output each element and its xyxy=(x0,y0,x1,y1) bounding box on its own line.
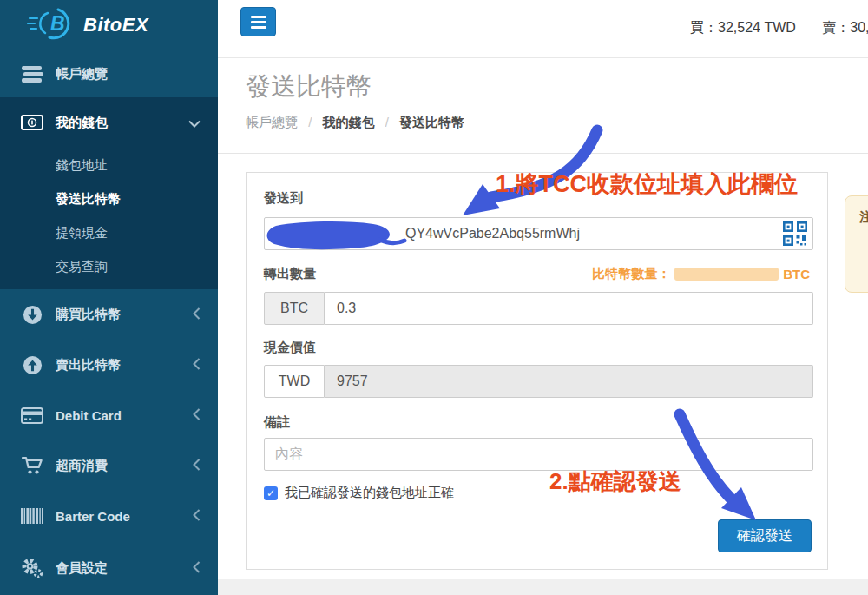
qr-code-icon[interactable] xyxy=(782,221,808,247)
amount-input[interactable] xyxy=(325,292,813,325)
sidebar-item-store-purchase[interactable]: 超商消費 xyxy=(0,440,218,491)
bitoex-logo-icon: B xyxy=(26,7,76,43)
btc-balance-text: 比特幣數量： BTC xyxy=(592,266,810,282)
confirm-checkbox-label: 我已確認發送的錢包地址正確 xyxy=(285,485,454,501)
shopping-cart-icon xyxy=(19,456,45,475)
menu-toggle-button[interactable] xyxy=(240,7,276,36)
sidebar-item-my-wallet[interactable]: 我的錢包 xyxy=(0,97,218,148)
confirm-send-button[interactable]: 確認發送 xyxy=(718,519,812,552)
barcode-icon xyxy=(19,508,45,524)
price-ticker: 買：32,524 TWD 賣：30,60 xyxy=(690,19,868,37)
amount-label: 轉出數量 xyxy=(264,266,316,282)
gears-icon xyxy=(19,558,45,578)
confirm-address-checkbox-row[interactable]: ✓ 我已確認發送的錢包地址正確 xyxy=(264,485,454,501)
cash-input-group: TWD xyxy=(264,365,813,398)
hamburger-icon xyxy=(251,16,266,18)
memo-label: 備註 xyxy=(264,414,290,431)
wallet-section: 我的錢包 錢包地址 發送比特幣 提領現金 交易查詢 xyxy=(0,97,218,289)
circle-down-arrow-icon xyxy=(19,305,45,325)
breadcrumb-send-bitcoin: 發送比特幣 xyxy=(399,115,464,129)
sidebar-item-debit-card[interactable]: Debit Card xyxy=(0,390,218,440)
sidebar-item-member-settings[interactable]: 會員設定 xyxy=(0,541,218,595)
header-divider xyxy=(218,153,868,154)
send-to-label: 發送到 xyxy=(264,190,303,207)
sidebar-item-wallet-address[interactable]: 錢包地址 xyxy=(0,148,218,182)
twd-addon: TWD xyxy=(264,365,325,398)
redacted-balance xyxy=(674,268,779,281)
sidebar-item-sell-bitcoin[interactable]: 賣出比特幣 xyxy=(0,340,218,390)
logo[interactable]: B BitoEX xyxy=(0,0,218,50)
breadcrumb-account-overview[interactable]: 帳戶總覽 xyxy=(246,115,298,129)
cash-value-input xyxy=(325,365,813,398)
chevron-left-icon xyxy=(193,459,201,473)
sidebar-item-account-overview[interactable]: 帳戶總覽 xyxy=(0,50,218,97)
sidebar-item-buy-bitcoin[interactable]: 購買比特幣 xyxy=(0,289,218,340)
chevron-left-icon xyxy=(193,561,201,576)
amount-input-group: BTC xyxy=(264,292,813,325)
breadcrumb-my-wallet[interactable]: 我的錢包 xyxy=(323,115,375,129)
sidebar-item-barter-code[interactable]: Barter Code xyxy=(0,491,218,541)
buy-price: 買：32,524 TWD xyxy=(690,20,796,35)
breadcrumb: 帳戶總覽 / 我的錢包 / 發送比特幣 xyxy=(246,115,464,131)
circle-up-arrow-icon xyxy=(19,355,45,375)
chevron-left-icon xyxy=(193,358,201,373)
chevron-left-icon xyxy=(193,408,201,423)
recipient-address-input[interactable] xyxy=(264,217,813,250)
svg-text:B: B xyxy=(50,12,65,35)
sidebar-item-withdraw-cash[interactable]: 提領現金 xyxy=(0,215,218,249)
send-bitcoin-form-panel: 發送到 轉出數量 xyxy=(246,172,828,570)
memo-input[interactable] xyxy=(264,438,813,471)
notice-box: 注 xyxy=(845,195,868,293)
logo-wordmark: BitoEX xyxy=(83,14,148,36)
page-title: 發送比特幣 xyxy=(246,69,372,104)
cash-value-label: 現金價值 xyxy=(264,340,316,356)
sell-price: 賣：30,60 xyxy=(822,20,868,35)
account-list-icon xyxy=(19,66,45,83)
notice-text: 注 xyxy=(859,209,868,224)
main-content: 買：32,524 TWD 賣：30,60 發送比特幣 帳戶總覽 / 我的錢包 /… xyxy=(218,0,868,579)
top-navbar: 買：32,524 TWD 賣：30,60 xyxy=(218,0,868,58)
chevron-left-icon xyxy=(193,307,201,322)
wallet-banknote-icon xyxy=(19,115,45,130)
chevron-down-icon xyxy=(188,116,201,130)
chevron-left-icon xyxy=(193,509,201,524)
checkbox-checked-icon[interactable]: ✓ xyxy=(264,486,278,500)
sidebar-item-send-bitcoin[interactable]: 發送比特幣 xyxy=(0,182,218,215)
credit-card-icon xyxy=(19,407,45,424)
btc-addon: BTC xyxy=(264,292,325,325)
sidebar: B BitoEX 帳戶總覽 我的錢包 xyxy=(0,0,218,595)
sidebar-item-transaction-query[interactable]: 交易查詢 xyxy=(0,249,218,283)
